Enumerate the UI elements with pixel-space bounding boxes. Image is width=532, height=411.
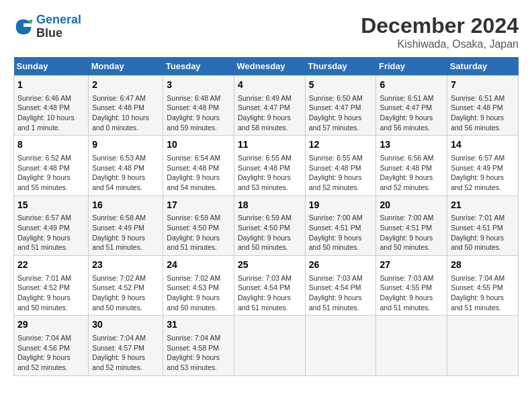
calendar-day-15: 15Sunrise: 6:57 AM Sunset: 4:49 PM Dayli… <box>14 195 89 255</box>
calendar-day-1: 1Sunrise: 6:46 AM Sunset: 4:48 PM Daylig… <box>14 76 89 136</box>
day-info: Sunrise: 6:53 AM Sunset: 4:48 PM Dayligh… <box>92 153 159 193</box>
day-info: Sunrise: 6:49 AM Sunset: 4:47 PM Dayligh… <box>238 93 302 133</box>
day-info: Sunrise: 6:50 AM Sunset: 4:47 PM Dayligh… <box>309 93 373 133</box>
day-number: 23 <box>92 259 159 272</box>
day-number: 28 <box>451 259 515 272</box>
day-header-sunday: Sunday <box>14 57 89 76</box>
day-info: Sunrise: 7:03 AM Sunset: 4:55 PM Dayligh… <box>380 273 443 313</box>
day-number: 12 <box>309 138 373 152</box>
calendar-day-13: 13Sunrise: 6:56 AM Sunset: 4:48 PM Dayli… <box>376 136 447 195</box>
day-info: Sunrise: 6:59 AM Sunset: 4:50 PM Dayligh… <box>238 213 302 253</box>
calendar-day-24: 24Sunrise: 7:02 AM Sunset: 4:53 PM Dayli… <box>163 256 234 316</box>
calendar-subtitle: Kishiwada, Osaka, Japan <box>361 38 519 50</box>
day-info: Sunrise: 7:01 AM Sunset: 4:51 PM Dayligh… <box>451 213 515 253</box>
day-info: Sunrise: 6:51 AM Sunset: 4:48 PM Dayligh… <box>451 93 515 133</box>
day-number: 4 <box>238 79 302 92</box>
day-info: Sunrise: 7:04 AM Sunset: 4:58 PM Dayligh… <box>167 333 230 373</box>
calendar-day-10: 10Sunrise: 6:54 AM Sunset: 4:48 PM Dayli… <box>163 136 234 195</box>
day-info: Sunrise: 7:04 AM Sunset: 4:57 PM Dayligh… <box>92 333 159 373</box>
logo-icon <box>13 17 34 37</box>
day-headers-row: SundayMondayTuesdayWednesdayThursdayFrid… <box>14 57 519 76</box>
calendar-day-7: 7Sunrise: 6:51 AM Sunset: 4:48 PM Daylig… <box>447 76 519 136</box>
calendar-day-19: 19Sunrise: 7:00 AM Sunset: 4:51 PM Dayli… <box>305 195 376 255</box>
calendar-day-17: 17Sunrise: 6:59 AM Sunset: 4:50 PM Dayli… <box>163 195 234 255</box>
calendar-week-2: 8Sunrise: 6:52 AM Sunset: 4:48 PM Daylig… <box>14 136 519 195</box>
calendar-day-11: 11Sunrise: 6:55 AM Sunset: 4:48 PM Dayli… <box>234 136 306 195</box>
day-info: Sunrise: 6:57 AM Sunset: 4:49 PM Dayligh… <box>17 213 85 253</box>
calendar-day-27: 27Sunrise: 7:03 AM Sunset: 4:55 PM Dayli… <box>376 256 447 316</box>
calendar-day-25: 25Sunrise: 7:03 AM Sunset: 4:54 PM Dayli… <box>234 256 306 316</box>
page-header: GeneralBlue December 2024 Kishiwada, Osa… <box>13 13 519 50</box>
day-number: 7 <box>451 79 515 92</box>
day-info: Sunrise: 6:46 AM Sunset: 4:48 PM Dayligh… <box>17 93 85 133</box>
day-number: 30 <box>92 318 159 332</box>
day-info: Sunrise: 6:51 AM Sunset: 4:47 PM Dayligh… <box>380 93 443 133</box>
empty-day <box>234 316 306 375</box>
day-info: Sunrise: 7:00 AM Sunset: 4:51 PM Dayligh… <box>309 213 373 253</box>
calendar-day-28: 28Sunrise: 7:04 AM Sunset: 4:55 PM Dayli… <box>447 256 519 316</box>
day-number: 5 <box>309 79 373 92</box>
calendar-day-29: 29Sunrise: 7:04 AM Sunset: 4:56 PM Dayli… <box>14 316 89 375</box>
day-info: Sunrise: 7:02 AM Sunset: 4:52 PM Dayligh… <box>92 273 159 313</box>
day-number: 8 <box>17 138 85 152</box>
title-block: December 2024 Kishiwada, Osaka, Japan <box>361 13 519 50</box>
calendar-day-9: 9Sunrise: 6:53 AM Sunset: 4:48 PM Daylig… <box>89 136 163 195</box>
day-info: Sunrise: 6:59 AM Sunset: 4:50 PM Dayligh… <box>167 213 230 253</box>
day-number: 22 <box>17 259 85 272</box>
day-number: 9 <box>92 138 159 152</box>
day-number: 27 <box>380 259 443 272</box>
calendar-day-8: 8Sunrise: 6:52 AM Sunset: 4:48 PM Daylig… <box>14 136 89 195</box>
day-number: 21 <box>451 199 515 212</box>
day-number: 2 <box>92 79 159 92</box>
day-info: Sunrise: 7:03 AM Sunset: 4:54 PM Dayligh… <box>309 273 373 313</box>
calendar-table: SundayMondayTuesdayWednesdayThursdayFrid… <box>13 57 519 376</box>
calendar-day-23: 23Sunrise: 7:02 AM Sunset: 4:52 PM Dayli… <box>89 256 163 316</box>
day-info: Sunrise: 6:56 AM Sunset: 4:48 PM Dayligh… <box>380 153 443 193</box>
calendar-title: December 2024 <box>361 13 519 38</box>
day-info: Sunrise: 7:03 AM Sunset: 4:54 PM Dayligh… <box>238 273 302 313</box>
logo: GeneralBlue <box>13 13 81 40</box>
day-info: Sunrise: 7:02 AM Sunset: 4:53 PM Dayligh… <box>167 273 230 313</box>
calendar-day-6: 6Sunrise: 6:51 AM Sunset: 4:47 PM Daylig… <box>376 76 447 136</box>
calendar-week-1: 1Sunrise: 6:46 AM Sunset: 4:48 PM Daylig… <box>14 76 519 136</box>
day-number: 26 <box>309 259 373 272</box>
calendar-week-5: 29Sunrise: 7:04 AM Sunset: 4:56 PM Dayli… <box>14 316 519 375</box>
day-number: 24 <box>167 259 230 272</box>
day-number: 16 <box>92 199 159 212</box>
calendar-day-30: 30Sunrise: 7:04 AM Sunset: 4:57 PM Dayli… <box>89 316 163 375</box>
day-info: Sunrise: 6:55 AM Sunset: 4:48 PM Dayligh… <box>309 153 373 193</box>
day-number: 14 <box>451 138 515 152</box>
day-number: 6 <box>380 79 443 92</box>
calendar-day-21: 21Sunrise: 7:01 AM Sunset: 4:51 PM Dayli… <box>447 195 519 255</box>
calendar-day-22: 22Sunrise: 7:01 AM Sunset: 4:52 PM Dayli… <box>14 256 89 316</box>
empty-day <box>447 316 519 375</box>
day-header-wednesday: Wednesday <box>234 57 306 76</box>
calendar-day-18: 18Sunrise: 6:59 AM Sunset: 4:50 PM Dayli… <box>234 195 306 255</box>
day-info: Sunrise: 6:54 AM Sunset: 4:48 PM Dayligh… <box>167 153 230 193</box>
empty-day <box>376 316 447 375</box>
empty-day <box>305 316 376 375</box>
day-number: 3 <box>167 79 230 92</box>
day-header-thursday: Thursday <box>305 57 376 76</box>
day-info: Sunrise: 7:04 AM Sunset: 4:55 PM Dayligh… <box>451 273 515 313</box>
day-number: 17 <box>167 199 230 212</box>
day-number: 20 <box>380 199 443 212</box>
day-info: Sunrise: 7:01 AM Sunset: 4:52 PM Dayligh… <box>17 273 85 313</box>
calendar-day-3: 3Sunrise: 6:48 AM Sunset: 4:48 PM Daylig… <box>163 76 234 136</box>
calendar-day-2: 2Sunrise: 6:47 AM Sunset: 4:48 PM Daylig… <box>89 76 163 136</box>
day-number: 1 <box>17 79 85 92</box>
calendar-day-20: 20Sunrise: 7:00 AM Sunset: 4:51 PM Dayli… <box>376 195 447 255</box>
day-number: 19 <box>309 199 373 212</box>
calendar-day-26: 26Sunrise: 7:03 AM Sunset: 4:54 PM Dayli… <box>305 256 376 316</box>
calendar-day-12: 12Sunrise: 6:55 AM Sunset: 4:48 PM Dayli… <box>305 136 376 195</box>
day-info: Sunrise: 7:00 AM Sunset: 4:51 PM Dayligh… <box>380 213 443 253</box>
day-number: 11 <box>238 138 302 152</box>
calendar-day-31: 31Sunrise: 7:04 AM Sunset: 4:58 PM Dayli… <box>163 316 234 375</box>
day-info: Sunrise: 6:57 AM Sunset: 4:49 PM Dayligh… <box>451 153 515 193</box>
day-number: 18 <box>238 199 302 212</box>
calendar-day-16: 16Sunrise: 6:58 AM Sunset: 4:49 PM Dayli… <box>89 195 163 255</box>
calendar-day-4: 4Sunrise: 6:49 AM Sunset: 4:47 PM Daylig… <box>234 76 306 136</box>
calendar-day-5: 5Sunrise: 6:50 AM Sunset: 4:47 PM Daylig… <box>305 76 376 136</box>
day-number: 13 <box>380 138 443 152</box>
day-header-saturday: Saturday <box>447 57 519 76</box>
